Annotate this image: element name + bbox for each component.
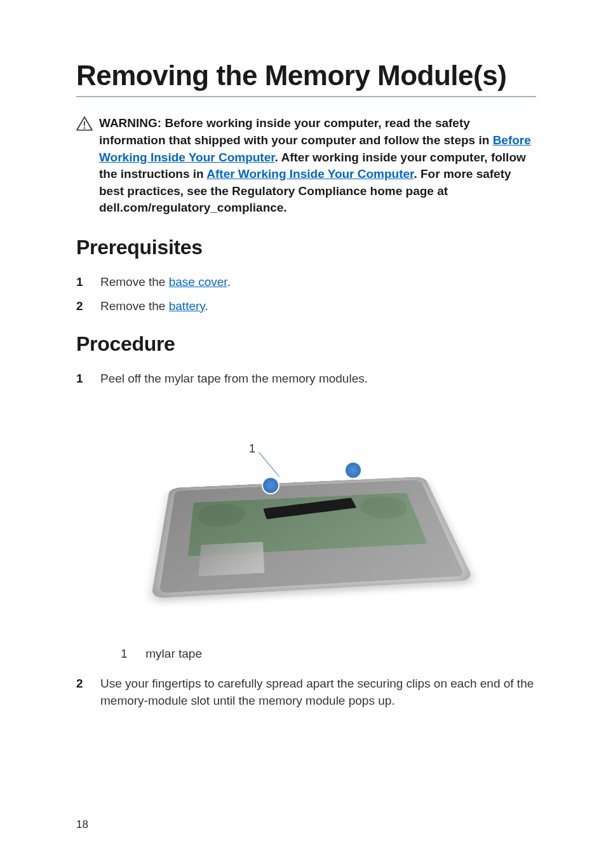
callout-number: 1 <box>249 442 255 456</box>
list-item: 1 Peel off the mylar tape from the memor… <box>76 370 536 388</box>
list-item: 1 Remove the base cover. <box>76 273 536 291</box>
list-number: 2 <box>76 675 85 710</box>
list-item: 2 Use your fingertips to carefully sprea… <box>76 675 536 710</box>
warning-part1: WARNING: Before working inside your comp… <box>99 116 493 147</box>
procedure-list-cont: 2 Use your fingertips to carefully sprea… <box>76 675 536 710</box>
list-text: Remove the base cover. <box>100 273 536 291</box>
procedure-heading: Procedure <box>76 332 536 356</box>
peel-arrow-icon <box>262 477 279 494</box>
list-number: 1 <box>76 273 85 291</box>
laptop-internal-figure: 1 <box>151 405 462 634</box>
list-item: 2 Remove the battery. <box>76 297 536 315</box>
page-title: Removing the Memory Module(s) <box>76 60 536 97</box>
warning-block: WARNING: Before working inside your comp… <box>76 115 536 217</box>
battery-link[interactable]: battery <box>169 299 205 313</box>
prereq-pre: Remove the <box>100 299 169 313</box>
base-cover-link[interactable]: base cover <box>169 275 227 288</box>
svg-point-1 <box>84 128 85 129</box>
prereq-pre: Remove the <box>100 275 169 288</box>
figure-container: 1 <box>76 405 536 637</box>
warning-text: WARNING: Before working inside your comp… <box>99 115 536 217</box>
list-text: Peel off the mylar tape from the memory … <box>100 370 536 388</box>
list-number: 2 <box>76 297 85 315</box>
legend-number: 1 <box>121 647 142 661</box>
legend-text: mylar tape <box>145 647 202 660</box>
after-working-link[interactable]: After Working Inside Your Computer <box>206 167 414 180</box>
procedure-list: 1 Peel off the mylar tape from the memor… <box>76 370 536 388</box>
prereq-post: . <box>227 275 231 288</box>
list-text: Use your fingertips to carefully spread … <box>100 675 536 710</box>
list-text: Remove the battery. <box>100 297 536 315</box>
figure-legend: 1 mylar tape <box>121 647 536 661</box>
prerequisites-heading: Prerequisites <box>76 236 536 259</box>
page-number: 18 <box>76 818 88 831</box>
prerequisites-list: 1 Remove the base cover. 2 Remove the ba… <box>76 273 536 315</box>
list-number: 1 <box>76 370 85 388</box>
peel-arrow-icon <box>344 461 362 479</box>
prereq-post: . <box>205 299 208 313</box>
warning-icon <box>76 116 93 134</box>
